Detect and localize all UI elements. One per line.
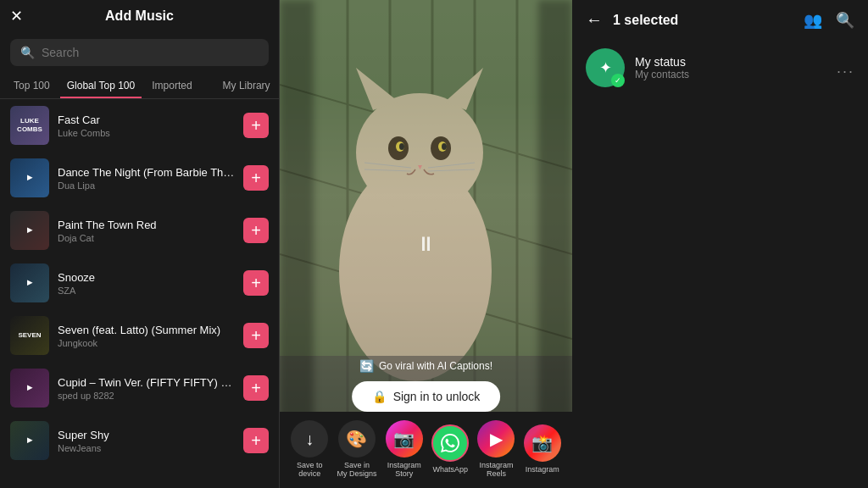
search-input[interactable] [42, 46, 259, 59]
share-label: WhatsApp [432, 465, 468, 474]
share-item-instagramstory[interactable]: 📷Instagram Story [386, 420, 423, 478]
share-icon: 🎨 [338, 420, 376, 458]
thumbnail-text: ▶ [27, 384, 32, 392]
share-bar: ↓Save to device🎨Save in My Designs📷Insta… [280, 412, 572, 488]
song-artist: SZA [58, 286, 235, 296]
svg-point-10 [356, 93, 483, 212]
thumbnail-text: ▶ [27, 436, 32, 445]
song-info: Seven (feat. Latto) (Summer Mix)Jungkook [58, 324, 235, 348]
check-icon: ✓ [611, 74, 625, 87]
add-song-button[interactable]: + [243, 375, 269, 401]
back-icon[interactable]: ← [586, 10, 603, 30]
song-artist: Jungkook [58, 338, 235, 348]
song-title: Snooze [58, 271, 235, 284]
list-item[interactable]: ▶Cupid – Twin Ver. (FIFTY FIFTY) – S...s… [0, 362, 279, 414]
share-label: Save to device [297, 461, 323, 478]
song-artist: Doja Cat [58, 233, 235, 243]
song-title: Fast Car [58, 114, 235, 126]
song-info: Dance The Night (From Barbie The A...Dua… [58, 166, 235, 191]
whatsapp-header: ← 1 selected 👥 🔍 [572, 0, 868, 40]
song-thumbnail: ▶ [10, 421, 49, 460]
share-item-saveinmydesigns[interactable]: 🎨Save in My Designs [337, 420, 376, 478]
my-status-item[interactable]: ✦ ✓ My status My contacts ... [572, 40, 868, 96]
share-label: Instagram Story [387, 461, 421, 478]
song-thumbnail: ▶ [10, 158, 49, 197]
song-thumbnail: ▶ [10, 369, 49, 408]
status-star-icon: ✦ [599, 58, 612, 77]
sign-in-button[interactable]: 🔒 Sign in to unlock [352, 381, 501, 412]
share-icon: 📸 [524, 424, 561, 462]
share-item-whatsapp[interactable]: WhatsApp [431, 424, 469, 474]
share-item-instagramreels[interactable]: ▶Instagram Reels [477, 420, 515, 478]
list-item[interactable]: LUKE COMBSFast CarLuke Combs+ [0, 99, 279, 152]
song-info: Super ShyNewJeans [58, 429, 235, 453]
song-info: Paint The Town RedDoja Cat [58, 219, 235, 243]
song-thumbnail: LUKE COMBS [10, 106, 49, 145]
svg-point-17 [399, 143, 404, 150]
song-thumbnail: SEVEN [10, 316, 49, 355]
selected-count-label: 1 selected [613, 13, 793, 28]
tab-top100[interactable]: Top 100 [7, 75, 57, 98]
list-item[interactable]: ▶SnoozeSZA+ [0, 257, 279, 309]
tab-imported[interactable]: Imported [145, 75, 212, 98]
song-artist: NewJeans [58, 443, 235, 453]
svg-point-18 [442, 143, 447, 150]
share-icon [431, 424, 469, 462]
song-artist: sped up 8282 [58, 391, 235, 401]
more-options-icon[interactable]: ... [837, 59, 854, 77]
list-item[interactable]: SEVENSeven (feat. Latto) (Summer Mix)Jun… [0, 309, 279, 362]
song-title: Seven (feat. Latto) (Summer Mix) [58, 324, 235, 336]
contact-info: My status My contacts [635, 55, 826, 80]
list-item[interactable]: ▶Paint The Town RedDoja Cat+ [0, 204, 279, 257]
song-title: Paint The Town Red [58, 219, 235, 231]
song-thumbnail: ▶ [10, 263, 49, 302]
thumbnail-text: ▶ [27, 279, 32, 287]
ai-icon: 🔄 [359, 359, 374, 373]
whatsapp-panel: ← 1 selected 👥 🔍 ✦ ✓ My status My contac… [572, 0, 868, 488]
song-artist: Luke Combs [58, 128, 235, 138]
music-tabs: Top 100 Global Top 100 Imported My Libra… [0, 75, 279, 99]
list-item[interactable]: ▶Super ShyNewJeans+ [0, 414, 279, 467]
song-info: Cupid – Twin Ver. (FIFTY FIFTY) – S...sp… [58, 376, 235, 401]
add-song-button[interactable]: + [243, 270, 269, 296]
tab-global-top100[interactable]: Global Top 100 [60, 75, 142, 98]
share-icon: ↓ [291, 420, 328, 458]
contact-name: My status [635, 55, 826, 69]
add-song-button[interactable]: + [243, 113, 269, 138]
share-label: Instagram Reels [479, 461, 513, 478]
song-thumbnail: ▶ [10, 211, 49, 250]
search-bar[interactable]: 🔍 [10, 39, 269, 66]
add-song-button[interactable]: + [243, 218, 269, 243]
share-item-savetodevice[interactable]: ↓Save to device [291, 420, 328, 478]
song-title: Super Shy [58, 429, 235, 441]
song-title: Dance The Night (From Barbie The A... [58, 166, 235, 179]
add-song-button[interactable]: + [243, 165, 269, 191]
header-actions: 👥 🔍 [804, 11, 854, 30]
search-icon[interactable]: 🔍 [836, 11, 854, 30]
tab-my-library[interactable]: My Library [216, 75, 277, 98]
close-icon[interactable]: ✕ [10, 7, 23, 25]
ai-caption-bar: 🔄 Go viral with AI Captions! [280, 354, 572, 378]
share-icon: ▶ [477, 420, 515, 458]
video-preview-panel: ⏸ 🔄 Go viral with AI Captions! 🔒 Sign in… [280, 0, 572, 488]
add-song-button[interactable]: + [243, 323, 269, 348]
thumbnail-text: ▶ [27, 174, 32, 182]
share-item-instagram[interactable]: 📸Instagram [524, 424, 561, 474]
contact-sub: My contacts [635, 69, 826, 80]
ai-caption-text: Go viral with AI Captions! [379, 360, 492, 372]
lock-icon: 🔒 [372, 390, 387, 403]
thumbnail-text: LUKE COMBS [17, 117, 42, 133]
panel-title: Add Music [105, 8, 174, 24]
music-panel: ✕ Add Music 🔍 Top 100 Global Top 100 Imp… [0, 0, 280, 488]
share-label: Instagram [526, 465, 559, 474]
sign-in-label: Sign in to unlock [393, 390, 481, 403]
share-label: Save in My Designs [337, 461, 376, 478]
search-icon: 🔍 [20, 46, 35, 59]
add-song-button[interactable]: + [243, 428, 269, 453]
list-item[interactable]: ▶Dance The Night (From Barbie The A...Du… [0, 152, 279, 204]
song-title: Cupid – Twin Ver. (FIFTY FIFTY) – S... [58, 376, 235, 389]
thumbnail-text: ▶ [27, 226, 32, 235]
add-contact-icon[interactable]: 👥 [804, 11, 822, 30]
song-info: Fast CarLuke Combs [58, 114, 235, 138]
song-info: SnoozeSZA [58, 271, 235, 296]
